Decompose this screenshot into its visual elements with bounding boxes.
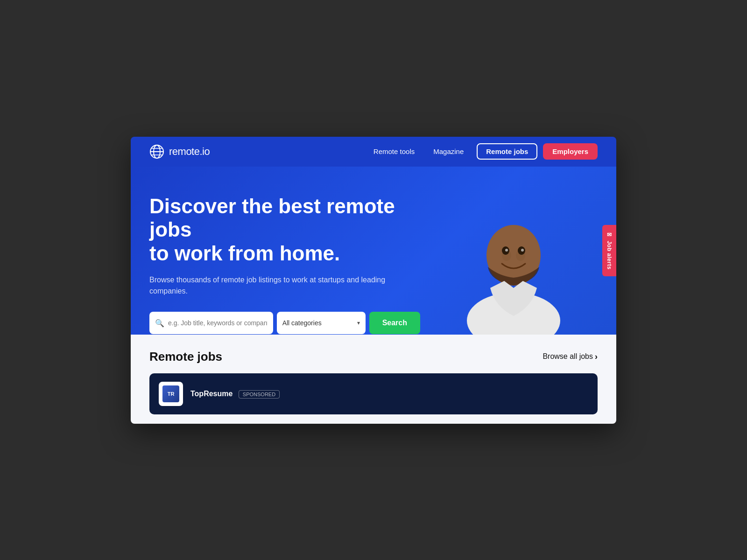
person-svg	[444, 195, 584, 335]
company-name: TopResume	[190, 390, 233, 398]
job-alerts-label: Job alerts	[606, 241, 613, 270]
company-logo-inner: TR	[162, 385, 179, 402]
nav-employers-btn[interactable]: Employers	[543, 143, 598, 160]
hero-title: Discover the best remote jobs to work fr…	[149, 195, 420, 266]
nav-remote-tools[interactable]: Remote tools	[366, 144, 422, 159]
chevron-right-icon: ›	[595, 352, 598, 362]
hero-person-image	[439, 185, 588, 335]
search-button[interactable]: Search	[369, 312, 420, 334]
jobs-section: Remote jobs Browse all jobs › TR TopResu…	[131, 335, 616, 424]
svg-point-12	[505, 249, 508, 252]
hero-section: Discover the best remote jobs to work fr…	[131, 167, 616, 335]
svg-point-13	[521, 249, 524, 252]
sponsored-card: TR TopResume SPONSORED	[149, 373, 598, 414]
navbar: remote.io Remote tools Magazine Remote j…	[131, 137, 616, 167]
browser-window: remote.io Remote tools Magazine Remote j…	[131, 137, 616, 424]
search-icon: 🔍	[155, 319, 164, 328]
category-select-container: All categories Development Design Market…	[277, 312, 366, 334]
chevron-down-icon: ▾	[357, 320, 360, 326]
jobs-section-header: Remote jobs Browse all jobs ›	[149, 350, 598, 364]
sponsored-company-info: TopResume SPONSORED	[190, 390, 280, 398]
jobs-section-title: Remote jobs	[149, 350, 222, 364]
nav-remote-jobs-btn[interactable]: Remote jobs	[477, 143, 537, 160]
browse-all-jobs-link[interactable]: Browse all jobs ›	[543, 352, 598, 362]
company-logo-box: TR	[159, 382, 183, 406]
logo-text: remote.io	[169, 146, 210, 158]
browse-all-jobs-label: Browse all jobs	[543, 352, 593, 361]
sponsored-badge: SPONSORED	[239, 390, 280, 399]
job-alerts-tab[interactable]: ✉ Job alerts	[602, 224, 616, 276]
search-input-container: 🔍	[149, 312, 273, 334]
hero-content: Discover the best remote jobs to work fr…	[149, 195, 420, 335]
logo[interactable]: remote.io	[149, 144, 210, 159]
logo-globe-icon	[149, 144, 164, 159]
hero-subtitle: Browse thousands of remote job listings …	[149, 274, 420, 297]
category-select[interactable]: All categories Development Design Market…	[282, 319, 357, 327]
bell-icon: ✉	[606, 231, 613, 238]
nav-magazine[interactable]: Magazine	[426, 144, 471, 159]
search-input[interactable]	[168, 319, 268, 327]
search-bar: 🔍 All categories Development Design Mark…	[149, 312, 420, 334]
nav-links: Remote tools Magazine Remote jobs Employ…	[366, 143, 598, 160]
